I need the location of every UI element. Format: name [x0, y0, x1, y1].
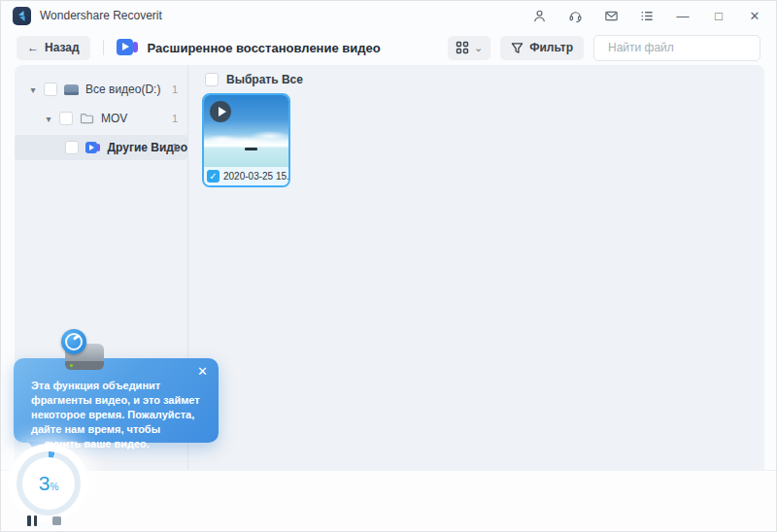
tree-item-mov[interactable]: ▾ MOV 1	[15, 106, 187, 131]
back-button[interactable]: ← Назад	[17, 36, 90, 60]
footer-bar: Найдено Файлов: 1 (4.65 MB) Читаемые Сек…	[1, 470, 776, 531]
advanced-video-recovery-icon	[117, 39, 140, 56]
filter-label: Фильтр	[529, 41, 573, 54]
recoverit-logo-icon	[13, 7, 31, 25]
tree-caret-icon[interactable]: ▾	[28, 84, 38, 95]
minimize-button[interactable]: —	[675, 8, 691, 23]
back-label: Назад	[45, 41, 80, 54]
tree-checkbox[interactable]	[59, 112, 73, 125]
funnel-icon	[511, 42, 524, 54]
select-all-label: Выбрать Все	[226, 73, 303, 86]
feedback-mail-icon[interactable]	[603, 8, 619, 23]
account-icon[interactable]	[531, 8, 547, 23]
tree-item-count: 1	[172, 83, 178, 95]
tree-item-count: 1	[172, 142, 178, 153]
grid-view-icon	[456, 41, 469, 54]
titlebar: Wondershare Recoverit — □ ✕	[1, 1, 776, 30]
scan-tooltip: Эта функция объединит фрагменты видео, и…	[14, 358, 219, 443]
support-headset-icon[interactable]	[567, 8, 583, 23]
select-all-row[interactable]: Выбрать Все	[205, 73, 303, 86]
gauge-badge-icon	[61, 329, 86, 354]
folder-icon	[80, 113, 94, 124]
drive-scan-icon	[61, 329, 106, 370]
video-file-icon	[85, 142, 101, 154]
thumbnail-caption: ✓ 2020-03-25 15....	[204, 167, 288, 185]
window-title: Wondershare Recoverit	[40, 9, 162, 22]
tree-checkbox[interactable]	[65, 141, 79, 154]
search-box[interactable]	[593, 35, 760, 61]
tree-item-label: Все видео(D:)	[85, 83, 160, 96]
drive-icon	[64, 84, 79, 95]
file-checkbox-checked[interactable]: ✓	[207, 170, 220, 183]
play-icon[interactable]	[210, 101, 231, 122]
toolbar-separator	[103, 40, 104, 55]
scan-progress-circle: 3 %	[17, 451, 81, 515]
tree-item-label: MOV	[101, 112, 127, 125]
recoverit-window: { "window": { "title": "Wondershare Reco…	[0, 0, 777, 532]
boat-in-thumbnail	[245, 148, 257, 150]
select-all-checkbox[interactable]	[205, 73, 219, 86]
tree-item-all-videos[interactable]: ▾ Все видео(D:) 1	[15, 77, 187, 102]
tree-item-count: 1	[172, 113, 178, 124]
stop-button[interactable]	[52, 516, 61, 525]
video-thumbnail-card[interactable]: ✓ 2020-03-25 15....	[202, 93, 290, 187]
tooltip-text: Эта функция объединит фрагменты видео, и…	[31, 379, 204, 451]
progress-percent-value: 3	[39, 472, 51, 495]
filter-button[interactable]: Фильтр	[500, 36, 584, 60]
tooltip-close-icon[interactable]: ✕	[197, 364, 208, 379]
chevron-down-icon: ⌄	[474, 43, 483, 52]
video-thumbnail-image	[204, 95, 288, 167]
screen-title: Расширенное восстановление видео	[148, 41, 381, 55]
pause-button[interactable]	[27, 515, 39, 526]
back-arrow-icon: ←	[27, 41, 39, 54]
tree-caret-icon[interactable]: ▾	[44, 114, 53, 124]
view-mode-dropdown[interactable]: ⌄	[448, 36, 490, 60]
search-input[interactable]	[608, 41, 759, 54]
toolbar: ← Назад Расширенное восстановление видео…	[1, 30, 776, 65]
maximize-button[interactable]: □	[711, 8, 726, 23]
tree-item-other-videos[interactable]: Другие Видео 1	[15, 135, 187, 160]
file-name: 2020-03-25 15....	[223, 171, 290, 182]
close-button[interactable]: ✕	[747, 8, 762, 23]
progress-percent-sign: %	[50, 482, 58, 492]
tree-checkbox[interactable]	[44, 83, 57, 96]
menu-list-icon[interactable]	[639, 8, 655, 23]
